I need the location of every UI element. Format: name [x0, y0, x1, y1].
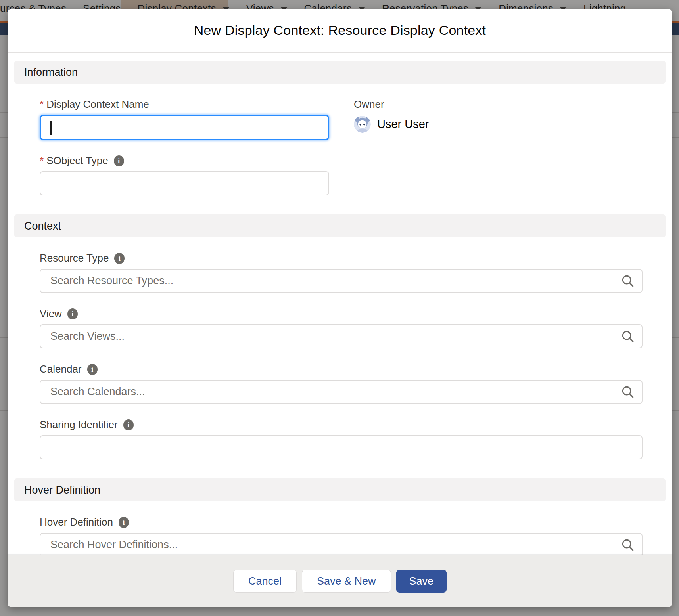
- calendar-label: Calendar: [40, 363, 643, 375]
- section-context: Context: [14, 214, 666, 237]
- view-label: View: [40, 308, 643, 320]
- cancel-button[interactable]: Cancel: [233, 570, 297, 593]
- info-icon[interactable]: [87, 364, 98, 375]
- save-button[interactable]: Save: [396, 570, 447, 593]
- owner-name: User User: [377, 118, 429, 131]
- section-hover-definition: Hover Definition: [14, 478, 666, 501]
- hover-definition-search-input[interactable]: [40, 533, 643, 555]
- search-icon: [621, 274, 635, 288]
- modal-body: Information * Display Context Name Owner: [8, 53, 672, 555]
- info-icon[interactable]: [123, 419, 134, 430]
- owner-chip: User User: [354, 116, 429, 133]
- modal-header: New Display Context: Resource Display Co…: [8, 9, 672, 53]
- search-icon: [621, 330, 635, 343]
- section-information: Information: [14, 61, 666, 84]
- required-asterisk: *: [40, 98, 44, 111]
- info-icon[interactable]: [114, 253, 125, 264]
- info-icon[interactable]: [114, 155, 124, 166]
- display-context-name-input[interactable]: [40, 115, 329, 140]
- display-context-name-label: * Display Context Name: [40, 98, 329, 111]
- calendar-search-input[interactable]: [40, 380, 643, 404]
- sobject-type-input[interactable]: [40, 171, 329, 195]
- text-cursor: [50, 121, 52, 135]
- sobject-type-label: * SObject Type: [40, 155, 329, 167]
- sharing-identifier-input[interactable]: [40, 435, 643, 459]
- info-icon[interactable]: [119, 517, 129, 528]
- search-icon: [621, 385, 635, 399]
- search-icon: [621, 538, 635, 552]
- new-display-context-modal: New Display Context: Resource Display Co…: [8, 9, 672, 607]
- view-search-input[interactable]: [40, 324, 643, 348]
- required-asterisk: *: [40, 155, 44, 167]
- resource-type-search-input[interactable]: [40, 269, 643, 293]
- resource-type-label: Resource Type: [40, 252, 643, 264]
- user-avatar: [354, 116, 371, 133]
- hover-definition-label: Hover Definition: [40, 516, 643, 528]
- save-and-new-button[interactable]: Save & New: [302, 570, 391, 593]
- sharing-identifier-label: Sharing Identifier: [40, 419, 643, 431]
- info-icon[interactable]: [67, 308, 78, 319]
- owner-label: Owner: [354, 98, 429, 111]
- modal-title: New Display Context: Resource Display Co…: [194, 23, 486, 38]
- modal-footer: Cancel Save & New Save: [8, 555, 672, 607]
